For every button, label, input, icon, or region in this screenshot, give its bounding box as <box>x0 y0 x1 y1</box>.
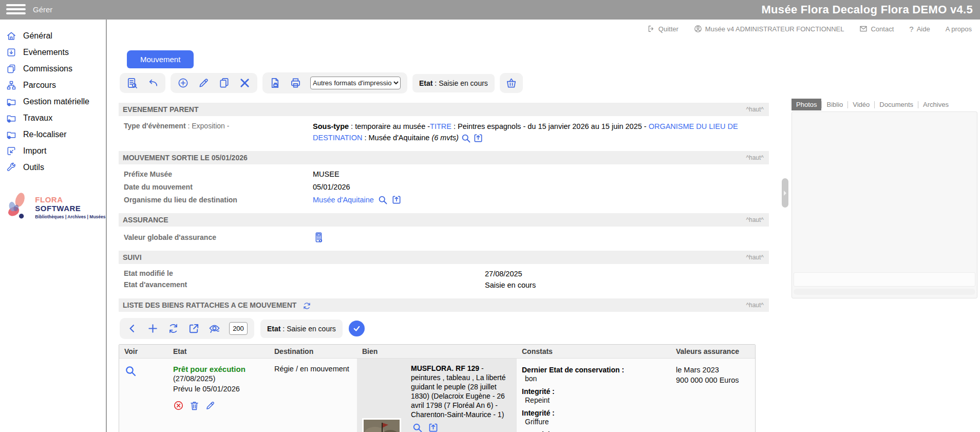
sidebar-item-general[interactable]: Général <box>0 28 106 44</box>
previous-button[interactable] <box>126 323 138 334</box>
haut-link[interactable]: ^haut^ <box>746 103 764 116</box>
open-record-icon[interactable] <box>428 422 439 432</box>
record-toolbar: Autres formats d'impression... Etat : Sa… <box>120 72 769 93</box>
sidebar-item-travaux[interactable]: Travaux <box>0 110 106 126</box>
menu-label[interactable]: Gérer <box>33 0 52 20</box>
open-record-icon[interactable] <box>473 133 483 143</box>
eye-of-horus-button[interactable] <box>209 323 220 334</box>
hamburger-menu-icon[interactable] <box>6 4 26 15</box>
tab-biblio[interactable]: Biblio <box>822 99 847 110</box>
search-icon[interactable] <box>378 195 388 205</box>
tab-mouvement[interactable]: Mouvement <box>127 50 194 68</box>
basket-button[interactable] <box>505 77 517 89</box>
bien-cell: MUSFLORA. RF 129 - peintures , tableau ,… <box>357 359 517 432</box>
sidebar-item-relocaliser[interactable]: Re-localiser <box>0 126 106 143</box>
haut-link[interactable]: ^haut^ <box>746 213 764 227</box>
print-document-button[interactable] <box>269 77 281 89</box>
media-tabs: Photos Biblio Vidéo Documents Archives <box>791 99 977 110</box>
page-size-input[interactable] <box>229 322 248 335</box>
section-header-evenement-parent: EVENEMENT PARENT ^haut^ <box>119 103 769 116</box>
app-title: Musée Flora Decalog Flora DEMO v4.5 <box>761 0 973 20</box>
media-panel: Photos Biblio Vidéo Documents Archives <box>791 99 977 298</box>
search-icon[interactable] <box>461 133 471 143</box>
undo-button[interactable] <box>147 77 159 89</box>
calculator-icon[interactable] <box>313 232 324 243</box>
folder-globe-icon <box>6 129 16 140</box>
view-record-icon[interactable] <box>124 365 137 377</box>
aide-button[interactable]: ? Aide <box>909 25 930 33</box>
etat-cell: Prêt pour exécution (27/08/2025) Prévu l… <box>168 359 269 432</box>
edit-button[interactable] <box>198 77 210 89</box>
apropos-button[interactable]: A propos <box>946 25 972 33</box>
confirm-button[interactable] <box>349 321 365 336</box>
tab-archives[interactable]: Archives <box>918 99 953 110</box>
haut-link[interactable]: ^haut^ <box>746 251 764 264</box>
biens-table: Voir Etat Destination Bien Constats Vale… <box>119 344 756 432</box>
add-button[interactable] <box>177 77 189 89</box>
haut-link[interactable]: ^haut^ <box>746 298 764 312</box>
delete-button[interactable] <box>239 77 251 89</box>
bien-reference: MUSFLORA. RF 129 <box>411 364 479 372</box>
utility-bar: Quitter Musée v4 ADMINISTRATEUR FONCTION… <box>108 20 980 38</box>
open-record-icon[interactable] <box>391 195 402 205</box>
etat-modifie-row: Etat modifié le 27/08/2025 <box>119 268 769 279</box>
recycle-button[interactable] <box>167 323 179 334</box>
sidebar-item-parcours[interactable]: Parcours <box>0 77 106 93</box>
section-header-liste-biens: LISTE DES BIENS RATTACHES A CE MOUVEMENT… <box>119 298 769 312</box>
trash-icon[interactable] <box>189 400 200 411</box>
valeurs-assurance-cell: le Mars 2023 900 000 000 Euros <box>671 359 755 432</box>
folder-globe-icon <box>6 113 16 123</box>
evenement-parent-row: Type d'évènement : Exposition - Sous-typ… <box>119 121 769 143</box>
sidebar-item-outils[interactable]: Outils <box>0 159 106 176</box>
col-header-destination: Destination <box>269 347 357 355</box>
sidebar-item-gestion-materielle[interactable]: Gestion matérielle <box>0 93 106 110</box>
flora-software-logo: FLORA SOFTWARE Bibliothèques | Archives … <box>4 191 106 223</box>
haut-link[interactable]: ^haut^ <box>746 151 764 164</box>
external-link-button[interactable] <box>188 323 200 334</box>
butterfly-logo-icon <box>4 191 31 223</box>
brand-software: SOFTWARE <box>35 204 81 213</box>
section-header-assurance: ASSURANCE ^haut^ <box>119 213 769 227</box>
section-header-mouvement-sortie: MOUVEMENT SORTIE LE 05/01/2026 ^haut^ <box>119 151 769 164</box>
prefixe-musee-row: Préfixe Musée MUSEE <box>119 168 769 180</box>
home-icon <box>6 31 16 41</box>
sidebar-item-evenements[interactable]: Evènements <box>0 44 106 61</box>
titre-link[interactable]: TITRE <box>430 122 451 130</box>
quitter-button[interactable]: Quitter <box>647 25 679 33</box>
table-header-row: Voir Etat Destination Bien Constats Vale… <box>119 345 755 359</box>
printer-button[interactable] <box>290 77 301 89</box>
tab-documents[interactable]: Documents <box>875 99 918 110</box>
sidebar-item-import[interactable]: Import <box>0 143 106 159</box>
date-mouvement-row: Date du mouvement 05/01/2026 <box>119 181 769 193</box>
search-icon[interactable] <box>412 422 423 432</box>
cancel-icon[interactable] <box>173 400 184 411</box>
sidebar-item-commissions[interactable]: Commissions <box>0 61 106 77</box>
sidebar: Général Evènements Commissions Parcours … <box>0 20 107 432</box>
user-icon <box>694 25 702 33</box>
list-toolbar: Etat : Saisie en cours <box>120 318 769 339</box>
col-header-valeurs: Valeurs assurance <box>671 347 755 355</box>
tree-icon <box>6 80 16 90</box>
print-format-select[interactable]: Autres formats d'impression... <box>310 77 401 89</box>
list-search-button[interactable] <box>126 77 138 89</box>
artwork-thumbnail[interactable] <box>362 418 401 432</box>
exit-icon <box>647 25 655 33</box>
panel-collapse-handle[interactable] <box>782 178 788 208</box>
refresh-icon[interactable] <box>303 302 311 310</box>
edit-icon[interactable] <box>205 400 216 411</box>
contact-button[interactable]: Contact <box>859 25 894 33</box>
valeur-assurance-row: Valeur globale d'assurance <box>119 232 769 243</box>
tab-video[interactable]: Vidéo <box>848 99 874 110</box>
musee-aquitaine-link[interactable]: Musée d'Aquitaine <box>313 194 374 205</box>
duplicate-button[interactable] <box>218 77 230 89</box>
current-user[interactable]: Musée v4 ADMINISTRATEUR FONCTIONNEL <box>694 25 844 33</box>
photos-panel-body <box>791 111 977 298</box>
constats-cell: Dernier Etat de conservation : bon Integ… <box>517 359 671 432</box>
table-row: Prêt pour exécution (27/08/2025) Prévu l… <box>119 359 755 432</box>
tab-photos[interactable]: Photos <box>791 99 821 110</box>
col-header-etat: Etat <box>168 347 269 355</box>
add-item-button[interactable] <box>147 323 159 334</box>
col-header-bien: Bien <box>357 347 517 355</box>
top-bar: Gérer Musée Flora Decalog Flora DEMO v4.… <box>0 0 980 20</box>
evenement-detail: Sous-type : temporaire au musée -TITRE :… <box>313 121 769 143</box>
